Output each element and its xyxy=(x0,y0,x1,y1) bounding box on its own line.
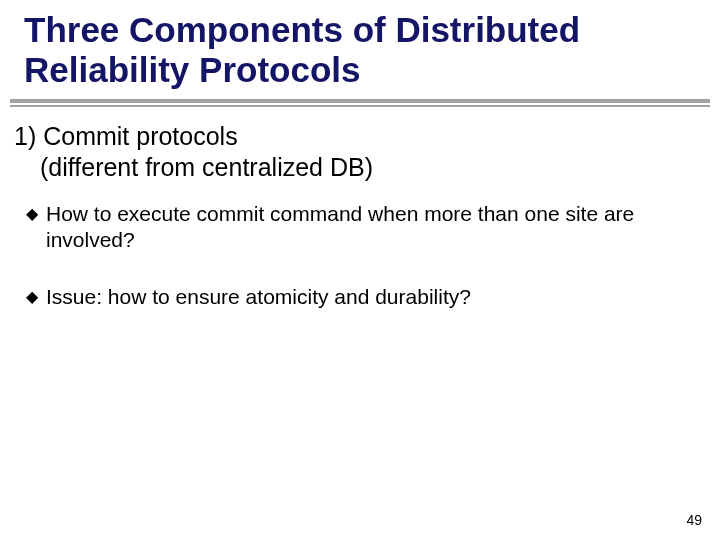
slide: Three Components of Distributed Reliabil… xyxy=(0,0,720,540)
bullet-item: ◆ How to execute commit command when mor… xyxy=(14,201,686,254)
section-heading-line2: (different from centralized DB) xyxy=(14,152,690,183)
diamond-bullet-icon: ◆ xyxy=(26,204,38,224)
bullet-text: Issue: how to ensure atomicity and durab… xyxy=(46,285,471,308)
section-heading: 1) Commit protocols (different from cent… xyxy=(14,121,690,184)
rule-thick xyxy=(10,99,710,103)
diamond-bullet-icon: ◆ xyxy=(26,287,38,307)
page-number: 49 xyxy=(686,512,702,528)
bullet-item: ◆ Issue: how to ensure atomicity and dur… xyxy=(14,284,686,310)
title-underline xyxy=(10,99,710,107)
slide-title: Three Components of Distributed Reliabil… xyxy=(0,0,720,97)
bullet-text: How to execute commit command when more … xyxy=(46,202,634,251)
section-heading-line1: 1) Commit protocols xyxy=(14,121,690,152)
slide-body: 1) Commit protocols (different from cent… xyxy=(0,107,720,310)
